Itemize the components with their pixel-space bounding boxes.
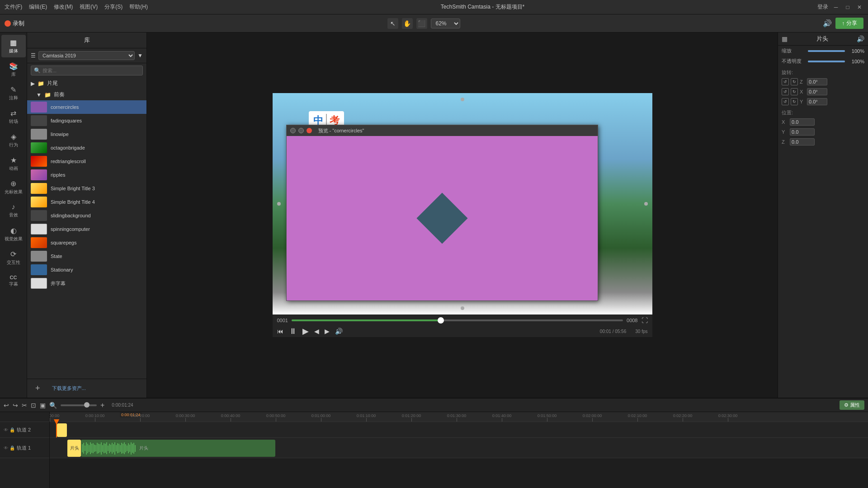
record-button[interactable]: 录制 [5,19,24,28]
play-button[interactable]: ▶ [302,326,309,336]
progress-bar[interactable]: 0001 0008 ⛶ [277,317,648,324]
track-lock-icon-1[interactable]: 🔒 [9,446,15,450]
list-item[interactable]: octagonbrigade [27,141,146,155]
progress-track[interactable] [292,319,623,321]
camtasia-version-select[interactable]: Camtasia 2019 [38,51,135,60]
folder-item-qianzou[interactable]: ▼ 📁 前奏 [27,89,146,100]
list-item[interactable]: redtrianglescroll [27,155,146,168]
volume-button[interactable]: 🔊 [335,328,343,335]
handle-left[interactable] [277,202,281,206]
undo-button[interactable]: ↩ [4,402,9,409]
sidebar-item-subtitles[interactable]: CC 字幕 [1,270,26,292]
track-eye-icon-1[interactable]: 👁 [4,446,8,450]
list-item[interactable]: Simple Bright Title 3 [27,182,146,195]
next-frame-button[interactable]: ▶ [325,328,330,335]
menu-file[interactable]: 文件(F) [5,3,22,11]
sidebar-item-audio[interactable]: ♪ 音效 [1,199,26,222]
opacity-slider[interactable] [808,61,845,62]
properties-button[interactable]: ⚙ 属性 [840,400,864,410]
zoom-track[interactable] [61,404,97,406]
crop-tool[interactable]: ⬛ [416,18,427,29]
search-box[interactable]: 🔍 [31,66,143,75]
list-item[interactable]: State [27,249,146,263]
preview-min-button[interactable] [290,128,296,133]
ruler-label: 0:01:20:00 [402,413,421,418]
list-item[interactable]: squarepegs [27,236,146,249]
sidebar-item-media[interactable]: ▦ 媒体 [1,35,26,57]
zoom-bar[interactable] [61,404,97,406]
zoom-in-button[interactable]: + [100,401,104,409]
sidebar-item-annotations[interactable]: ✎ 注释 [1,82,26,104]
pause-button[interactable]: ⏸ [289,327,297,336]
cut-button[interactable]: ✂ [22,402,27,409]
list-item[interactable]: Stationary [27,263,146,277]
rot-y-input[interactable] [807,98,827,105]
preview-window[interactable]: 预览 - "cornercircles" [286,125,598,301]
maximize-button[interactable]: □ [844,3,852,11]
menu-bar[interactable]: 文件(F) 编辑(E) 修改(M) 视图(V) 分享(S) 帮助(H) [5,3,148,11]
zoom-out-button[interactable]: 🔍 [49,402,57,409]
close-button[interactable]: ✕ [855,3,863,11]
scale-slider[interactable] [808,50,845,52]
add-item-button[interactable]: + [31,381,45,396]
share-button[interactable]: ↑ 分享 [835,18,863,29]
login-label[interactable]: 登录 [817,3,828,11]
right-panel-icon-grid[interactable]: ▦ [782,35,788,42]
menu-share[interactable]: 分享(S) [104,3,123,11]
sidebar-item-interactivity[interactable]: ⟳ 交互性 [1,246,26,269]
list-item[interactable]: linowipe [27,127,146,141]
clip-small[interactable] [57,423,67,437]
list-item[interactable]: 井字幕 [27,277,146,290]
preview-close-button[interactable] [307,128,312,133]
minimize-button[interactable]: ─ [832,3,840,11]
handle-top[interactable] [461,98,464,101]
list-item[interactable]: cornercircles [27,100,146,114]
pos-x-input[interactable] [790,118,815,126]
list-item[interactable]: ripples [27,168,146,182]
sidebar-item-cursor-effects[interactable]: ⊕ 光标效果 [1,176,26,198]
folder-item-piwei[interactable]: ▶ 📁 片尾 [27,78,146,89]
window-controls[interactable]: 登录 ─ □ ✕ [817,3,863,11]
clip-title-box[interactable]: 片头 [67,440,81,457]
handle-bottom[interactable] [461,306,464,310]
pointer-tool[interactable]: ↖ [387,18,398,29]
download-more-link[interactable]: 下载更多资产... [48,383,90,394]
fullscreen-button[interactable]: ⛶ [642,317,648,324]
menu-edit[interactable]: 编辑(E) [29,3,47,11]
list-item[interactable]: fadingsquares [27,114,146,127]
track-lock-icon[interactable]: 🔒 [9,427,15,432]
sidebar-item-library[interactable]: 📚 库 [1,58,26,81]
skip-back-button[interactable]: ⏮ [277,328,283,335]
list-item[interactable]: Simple Bright Title 4 [27,195,146,209]
list-item[interactable]: spinningcomputer [27,222,146,236]
zoom-select[interactable]: 62% 100% 50% [431,19,460,28]
clip-audio[interactable]: 片头 [81,440,275,457]
zoom-thumb[interactable] [84,402,90,408]
progress-thumb[interactable] [438,317,444,324]
search-input[interactable] [42,68,140,73]
right-panel-icon-audio[interactable]: 🔊 [857,35,864,42]
rot-z-input[interactable] [807,78,827,85]
list-item[interactable]: slidingbackground [27,209,146,222]
hand-tool[interactable]: ✋ [402,18,413,29]
rot-x-input[interactable] [807,88,827,95]
sidebar-item-transitions[interactable]: ⇄ 转场 [1,105,26,128]
pos-z-input[interactable] [790,138,815,145]
sidebar-item-behaviors[interactable]: ◈ 行为 [1,129,26,151]
split-button[interactable]: ⊡ [31,402,36,409]
audio-icon[interactable]: 🔊 [823,19,832,28]
sidebar-item-animations[interactable]: ★ 动画 [1,152,26,175]
preview-max-button[interactable] [298,128,304,133]
prev-frame-button[interactable]: ◀ [314,328,319,335]
redo-button[interactable]: ↪ [13,402,18,409]
sidebar-item-visual-effects[interactable]: ◐ 视觉效果 [1,223,26,245]
timeline-right[interactable]: 0:00:01:24 0:00:00:00 0:00:10:00 0:00:20… [50,412,868,488]
group-button[interactable]: ▣ [40,402,46,409]
pos-y-input[interactable] [790,128,815,136]
menu-modify[interactable]: 修改(M) [54,3,73,11]
menu-view[interactable]: 视图(V) [80,3,98,11]
playhead[interactable] [56,422,57,437]
menu-help[interactable]: 帮助(H) [129,3,148,11]
track-eye-icon[interactable]: 👁 [4,427,8,432]
handle-right[interactable] [644,202,648,206]
